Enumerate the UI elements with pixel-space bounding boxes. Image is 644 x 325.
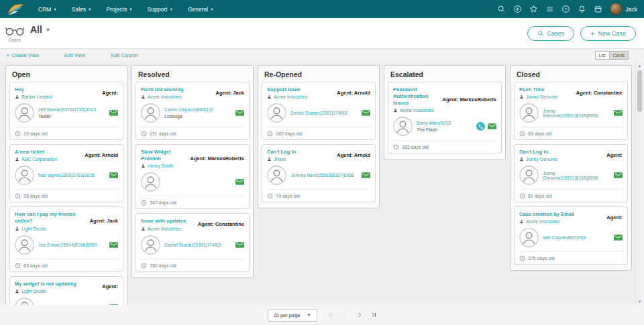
email-icon[interactable] bbox=[235, 178, 244, 186]
case-title[interactable]: Can't Log In bbox=[519, 149, 603, 155]
case-title[interactable]: Password Authentication Issues bbox=[393, 86, 439, 107]
nav-menu-general[interactable]: General▼ bbox=[180, 6, 221, 13]
email-icon[interactable] bbox=[614, 109, 623, 117]
case-contact[interactable]: Daniel Suarez|3381|1749|3 bbox=[290, 111, 347, 115]
last-page-button[interactable] bbox=[370, 312, 377, 318]
email-icon[interactable] bbox=[362, 109, 370, 117]
email-icon[interactable] bbox=[614, 172, 623, 179]
case-title[interactable]: Issue with updates bbox=[141, 218, 195, 224]
card-top: Case creation by Email Acme Industries A… bbox=[519, 211, 623, 224]
case-title[interactable]: How can I pay my invoice online? bbox=[15, 211, 86, 224]
case-title[interactable]: Form not working bbox=[141, 86, 212, 93]
case-contact[interactable]: Daniel Suarez|3381|1749|3 bbox=[164, 243, 221, 247]
case-contact[interactable]: Calvin Cepacci|865|1|3 bbox=[164, 107, 213, 112]
cards-view-toggle[interactable]: Cards bbox=[610, 51, 629, 60]
email-icon[interactable] bbox=[235, 241, 244, 249]
edit-view-link[interactable]: Edit View bbox=[64, 52, 85, 58]
age-row: 28 days old bbox=[15, 189, 118, 199]
nav-menus: CRM▼ Sales▼ Projects▼ Support▼ General▼ bbox=[31, 6, 221, 13]
case-title[interactable]: Support Issue bbox=[267, 86, 333, 93]
case-title[interactable]: Hey bbox=[15, 86, 99, 93]
case-title[interactable]: A new ticket bbox=[15, 149, 81, 155]
case-card[interactable]: My widget is not updating Light Studio A… bbox=[9, 276, 123, 306]
star-icon[interactable] bbox=[529, 5, 538, 13]
case-company[interactable]: ABC Corporation bbox=[21, 157, 57, 161]
per-page-select[interactable]: 20 per page ▼ bbox=[268, 309, 317, 322]
case-card[interactable]: How can I pay my invoice online? Light S… bbox=[9, 206, 123, 271]
next-page-button[interactable] bbox=[356, 312, 363, 318]
nav-menu-sales[interactable]: Sales▼ bbox=[64, 6, 99, 13]
create-view-link[interactable]: +Create View bbox=[6, 52, 39, 59]
case-title[interactable]: Case creation by Email bbox=[519, 211, 603, 218]
contact-row: Jonny Genuine|15501|8165|6956 bbox=[519, 103, 623, 123]
case-contact[interactable]: Johnny Next|15503|8167|6958 bbox=[290, 173, 354, 178]
user-menu[interactable]: Jack bbox=[610, 3, 637, 15]
case-contact[interactable]: Mar Wynn|3393|1761|3026 bbox=[38, 173, 95, 178]
scroll-thumb[interactable] bbox=[637, 70, 642, 112]
case-company[interactable]: Acme Industries bbox=[400, 108, 433, 113]
case-company[interactable]: Bantar Limited bbox=[21, 94, 52, 99]
email-icon[interactable] bbox=[614, 234, 623, 241]
case-title[interactable]: Push Time bbox=[519, 86, 573, 93]
email-icon[interactable] bbox=[235, 109, 244, 117]
case-company[interactable]: Acme Industries bbox=[148, 226, 181, 231]
scroll-down-arrow[interactable]: ▼ bbox=[636, 298, 643, 305]
email-icon[interactable] bbox=[109, 304, 118, 305]
case-company[interactable]: Acme Industries bbox=[274, 94, 307, 99]
calendar-icon[interactable] bbox=[594, 5, 602, 13]
case-contact[interactable]: Jonny Genuine|15501|8165|6956 bbox=[543, 171, 610, 180]
case-company[interactable]: Light Studio bbox=[21, 289, 46, 294]
bell-icon[interactable] bbox=[578, 5, 586, 13]
new-case-button[interactable]: + New Case bbox=[580, 26, 636, 41]
case-contact[interactable]: Barry Allen|5|2|3 bbox=[417, 121, 451, 125]
case-card[interactable]: Password Authentication Issues Acme Indu… bbox=[388, 82, 502, 153]
phone-icon[interactable] bbox=[476, 122, 485, 131]
case-card[interactable]: Case creation by Email Acme Industries A… bbox=[514, 206, 628, 265]
case-contact[interactable]: Joe Eman|15504|8166|6959 bbox=[38, 243, 97, 247]
case-title[interactable]: My widget is not updating bbox=[15, 281, 99, 287]
case-company[interactable]: Acme Industries bbox=[148, 94, 181, 99]
case-card[interactable]: Slow Widget Problem Henry Smith Agent: M… bbox=[136, 144, 250, 209]
case-company[interactable]: Jonny Genuine bbox=[526, 94, 557, 99]
list-icon[interactable] bbox=[545, 5, 554, 13]
case-card[interactable]: Can't Log In JNext Agent: Arnold Johnny … bbox=[262, 144, 376, 202]
case-card[interactable]: Form not working Acme Industries Agent: … bbox=[136, 82, 250, 140]
nav-menu-support[interactable]: Support▼ bbox=[140, 6, 180, 13]
case-contact[interactable]: Jonny Genuine|15501|8165|6956 bbox=[543, 109, 610, 118]
email-icon[interactable] bbox=[109, 241, 118, 249]
edit-column-link[interactable]: Edit Column bbox=[111, 52, 138, 58]
plus-circle-icon[interactable] bbox=[513, 5, 522, 13]
vertical-scrollbar[interactable]: ▲ ▼ bbox=[635, 62, 643, 305]
contact-avatar bbox=[15, 298, 34, 305]
case-company[interactable]: Light Studio bbox=[21, 226, 46, 231]
first-page-button[interactable] bbox=[328, 312, 335, 318]
list-view-toggle[interactable]: List bbox=[595, 51, 610, 60]
case-card[interactable]: Hey Bantar Limited Agent: Jeff Bantar|33… bbox=[9, 82, 123, 140]
case-company[interactable]: JNext bbox=[274, 157, 286, 161]
case-card[interactable]: Support Issue Acme Industries Agent: Arn… bbox=[262, 82, 376, 140]
case-card[interactable]: Push Time Jonny Genuine Agent: Constanti… bbox=[514, 82, 628, 140]
case-contact[interactable]: Will Coyote|882|10|3 bbox=[543, 235, 586, 240]
nav-menu-projects[interactable]: Projects▼ bbox=[99, 6, 140, 13]
case-company[interactable]: Henry Smith bbox=[148, 164, 174, 168]
case-card[interactable]: A new ticket ABC Corporation Agent: Arno… bbox=[9, 144, 123, 202]
email-icon[interactable] bbox=[488, 123, 496, 130]
prev-page-button[interactable] bbox=[342, 312, 349, 318]
help-icon[interactable]: ? bbox=[561, 5, 570, 13]
case-contact[interactable]: Jeff Bantar|3376|1745|3013 bbox=[38, 107, 96, 112]
case-card[interactable]: Can't Log In Jonny Genuine Agent: Jonny … bbox=[514, 144, 628, 202]
case-card[interactable]: Issue with updates Acme Industries Agent… bbox=[136, 213, 250, 271]
case-company[interactable]: Jonny Genuine bbox=[526, 157, 557, 161]
search-cases-button[interactable]: Cases bbox=[527, 26, 575, 41]
case-company[interactable]: Acme Industries bbox=[526, 219, 559, 224]
view-selector[interactable]: All ▼ bbox=[30, 24, 50, 35]
nav-menu-crm[interactable]: CRM▼ bbox=[31, 6, 64, 13]
case-title[interactable]: Slow Widget Problem bbox=[141, 149, 187, 162]
case-title[interactable]: Can't Log In bbox=[267, 149, 333, 155]
search-icon[interactable] bbox=[497, 5, 506, 13]
email-icon[interactable] bbox=[109, 172, 118, 179]
email-icon[interactable] bbox=[109, 109, 118, 117]
email-icon[interactable] bbox=[362, 172, 370, 179]
app-logo-icon[interactable] bbox=[7, 3, 24, 15]
scroll-up-arrow[interactable]: ▲ bbox=[636, 62, 643, 69]
